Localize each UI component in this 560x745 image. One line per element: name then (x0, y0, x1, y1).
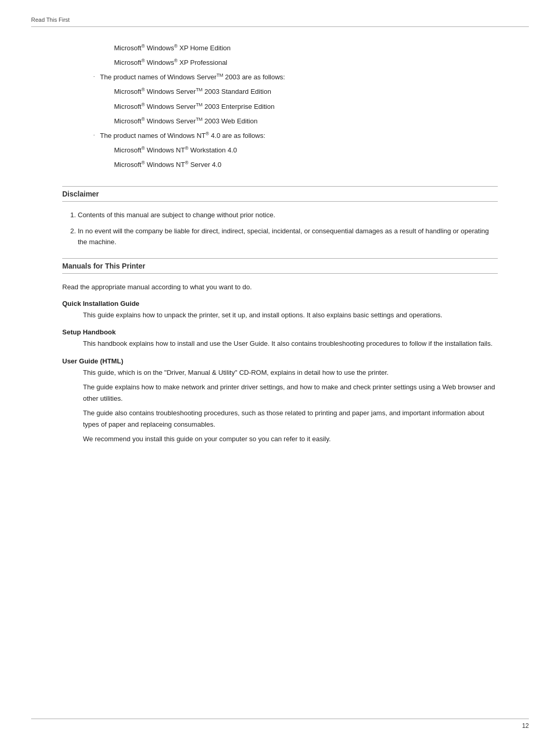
manuals-title: Manuals for This Printer (62, 262, 145, 270)
disclaimer-title: Disclaimer (62, 190, 99, 198)
item-nt-workstation: Microsoft® Windows NT® Workstation 4.0 (114, 145, 498, 156)
page-number: 12 (522, 722, 529, 729)
quick-install-title: Quick Installation Guide (62, 300, 498, 307)
bullet-server2003: · The product names of Windows ServerTM … (93, 72, 498, 83)
user-guide-para2: The guide explains how to make network a… (83, 382, 498, 404)
user-guide-title: User Guide (HTML) (62, 357, 498, 365)
bullet-dot-1: · (93, 73, 95, 81)
page-container: Read This First Microsoft® Windows® XP H… (0, 0, 560, 745)
disclaimer-list: Contents of this manual are subject to c… (62, 210, 498, 247)
bullet-nt40-text: The product names of Windows NT® 4.0 are… (100, 130, 265, 142)
bullet-dot-2: · (93, 131, 95, 139)
bullet-nt40: · The product names of Windows NT® 4.0 a… (93, 130, 498, 142)
disclaimer-header: Disclaimer (62, 186, 498, 202)
manuals-intro: Read the appropriate manual according to… (62, 282, 498, 293)
user-guide-para4: We recommend you install this guide on y… (83, 433, 498, 445)
header-text: Read This First (31, 17, 69, 23)
user-guide-para1: This guide, which is on the "Driver, Man… (83, 367, 498, 378)
item-server2003-standard: Microsoft® Windows ServerTM 2003 Standar… (114, 86, 498, 97)
disclaimer-item-2: In no event will the company be liable f… (78, 226, 498, 248)
bullet-server2003-text: The product names of Windows ServerTM 20… (100, 72, 285, 83)
disclaimer-section: Disclaimer Contents of this manual are s… (62, 186, 498, 247)
subsection-quick-install: Quick Installation Guide This guide expl… (62, 300, 498, 321)
page-header: Read This First (31, 16, 529, 27)
item-server2003-web: Microsoft® Windows ServerTM 2003 Web Edi… (114, 116, 498, 127)
disclaimer-item-1: Contents of this manual are subject to c… (78, 210, 498, 221)
manuals-header: Manuals for This Printer (62, 258, 498, 274)
manuals-section: Manuals for This Printer Read the approp… (62, 258, 498, 445)
item-xp-home: Microsoft® Windows® XP Home Edition (114, 43, 498, 54)
user-guide-para3: The guide also contains troubleshooting … (83, 407, 498, 430)
subsection-setup-handbook: Setup Handbook This handbook explains ho… (62, 328, 498, 349)
subsection-user-guide: User Guide (HTML) This guide, which is o… (62, 357, 498, 445)
setup-handbook-title: Setup Handbook (62, 328, 498, 336)
item-server2003-enterprise: Microsoft® Windows ServerTM 2003 Enterpr… (114, 101, 498, 113)
setup-handbook-body: This handbook explains how to install an… (83, 338, 498, 349)
content-area: Microsoft® Windows® XP Home Edition Micr… (31, 43, 529, 445)
item-xp-pro: Microsoft® Windows® XP Professional (114, 57, 498, 68)
item-nt-server: Microsoft® Windows NT® Server 4.0 (114, 159, 498, 171)
page-footer: 12 (31, 719, 529, 729)
quick-install-body: This guide explains how to unpack the pr… (83, 310, 498, 321)
